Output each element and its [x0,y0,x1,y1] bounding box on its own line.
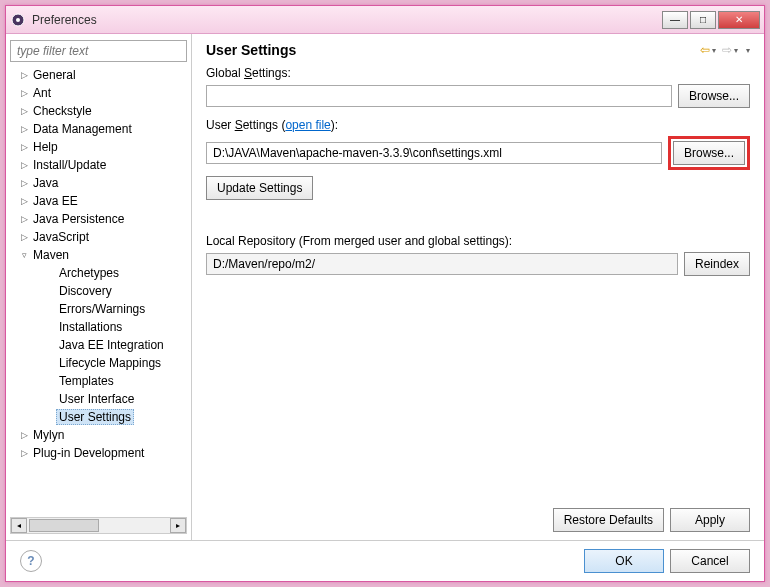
body: ▷General▷Ant▷Checkstyle▷Data Management▷… [6,34,764,540]
tree-item[interactable]: User Settings [12,408,187,426]
back-menu-icon[interactable]: ▾ [712,46,716,55]
tree-item-label: Discovery [56,283,115,299]
tree-arrow-icon[interactable]: ▷ [18,232,30,242]
tree-arrow-icon[interactable]: ▷ [18,142,30,152]
tree-item[interactable]: Lifecycle Mappings [12,354,187,372]
tree-arrow-icon[interactable]: ▿ [18,250,30,260]
ok-button[interactable]: OK [584,549,664,573]
user-settings-label: User Settings (open file): [206,118,750,132]
restore-defaults-button[interactable]: Restore Defaults [553,508,664,532]
local-repo-section: Local Repository (From merged user and g… [206,234,750,276]
help-icon[interactable]: ? [20,550,42,572]
minimize-button[interactable]: — [662,11,688,29]
main-header: User Settings ⇦ ▾ ⇨ ▾ ▾ [206,42,750,58]
scroll-thumb[interactable] [29,519,99,532]
tree-item[interactable]: ▷Mylyn [12,426,187,444]
user-settings-section: User Settings (open file): Browse... Upd… [206,118,750,200]
tree-arrow-icon[interactable]: ▷ [18,160,30,170]
tree-item-label: User Settings [56,409,134,425]
preferences-tree[interactable]: ▷General▷Ant▷Checkstyle▷Data Management▷… [10,66,187,515]
tree-item[interactable]: Discovery [12,282,187,300]
maximize-button[interactable]: □ [690,11,716,29]
tree-item-label: Lifecycle Mappings [56,355,164,371]
tree-item-label: Mylyn [30,427,67,443]
local-repo-label: Local Repository (From merged user and g… [206,234,750,248]
tree-item[interactable]: Installations [12,318,187,336]
sidebar: ▷General▷Ant▷Checkstyle▷Data Management▷… [6,34,192,540]
tree-item-label: Archetypes [56,265,122,281]
tree-arrow-icon[interactable]: ▷ [18,70,30,80]
tree-item-label: Install/Update [30,157,109,173]
tree-item-label: Data Management [30,121,135,137]
app-icon [10,12,26,28]
scroll-right-button[interactable]: ▸ [170,518,186,533]
global-settings-input[interactable] [206,85,672,107]
tree-item[interactable]: ▷JavaScript [12,228,187,246]
browse-user-button[interactable]: Browse... [673,141,745,165]
nav-arrows: ⇦ ▾ ⇨ ▾ ▾ [700,43,750,57]
tree-item-label: Templates [56,373,117,389]
tree-item[interactable]: ▷Data Management [12,120,187,138]
tree-item[interactable]: Templates [12,372,187,390]
footer: ? OK Cancel [6,540,764,581]
tree-item[interactable]: ▷Java [12,174,187,192]
tree-item[interactable]: User Interface [12,390,187,408]
filter-input[interactable] [10,40,187,62]
apply-button[interactable]: Apply [670,508,750,532]
tree-item[interactable]: Archetypes [12,264,187,282]
tree-item-label: User Interface [56,391,137,407]
tree-item[interactable]: ▷Java EE [12,192,187,210]
tree-item[interactable]: ▷Help [12,138,187,156]
user-settings-input[interactable] [206,142,662,164]
tree-item-label: Java EE Integration [56,337,167,353]
tree-item-label: Java EE [30,193,81,209]
back-icon[interactable]: ⇦ [700,43,710,57]
browse-global-button[interactable]: Browse... [678,84,750,108]
reindex-button[interactable]: Reindex [684,252,750,276]
update-settings-button[interactable]: Update Settings [206,176,313,200]
forward-icon[interactable]: ⇨ [722,43,732,57]
titlebar: Preferences — □ ✕ [6,6,764,34]
forward-menu-icon[interactable]: ▾ [734,46,738,55]
browse-highlight: Browse... [668,136,750,170]
tree-arrow-icon[interactable]: ▷ [18,214,30,224]
global-settings-section: Global Settings: Browse... [206,66,750,108]
tree-item[interactable]: ▷General [12,66,187,84]
bottom-buttons: Restore Defaults Apply [206,500,750,532]
tree-item-label: JavaScript [30,229,92,245]
tree-item-label: General [30,67,79,83]
cancel-button[interactable]: Cancel [670,549,750,573]
tree-item[interactable]: Java EE Integration [12,336,187,354]
view-menu-icon[interactable]: ▾ [746,46,750,55]
tree-item-label: Java [30,175,61,191]
main-panel: User Settings ⇦ ▾ ⇨ ▾ ▾ Global Settings:… [192,34,764,540]
tree-item[interactable]: ▷Ant [12,84,187,102]
tree-arrow-icon[interactable]: ▷ [18,178,30,188]
tree-item[interactable]: ▿Maven [12,246,187,264]
tree-arrow-icon[interactable]: ▷ [18,448,30,458]
preferences-window: Preferences — □ ✕ ▷General▷Ant▷Checkstyl… [5,5,765,582]
tree-item[interactable]: ▷Checkstyle [12,102,187,120]
close-button[interactable]: ✕ [718,11,760,29]
tree-arrow-icon[interactable]: ▷ [18,430,30,440]
tree-arrow-icon[interactable]: ▷ [18,106,30,116]
open-file-link[interactable]: open file [285,118,330,132]
tree-item-label: Help [30,139,61,155]
content-area: ▷General▷Ant▷Checkstyle▷Data Management▷… [6,34,764,581]
tree-arrow-icon[interactable]: ▷ [18,196,30,206]
tree-item-label: Java Persistence [30,211,127,227]
page-title: User Settings [206,42,700,58]
window-title: Preferences [32,13,660,27]
scroll-left-button[interactable]: ◂ [11,518,27,533]
tree-item-label: Plug-in Development [30,445,147,461]
tree-arrow-icon[interactable]: ▷ [18,88,30,98]
horizontal-scrollbar[interactable]: ◂ ▸ [10,517,187,534]
tree-item[interactable]: ▷Plug-in Development [12,444,187,462]
tree-item[interactable]: Errors/Warnings [12,300,187,318]
tree-item[interactable]: ▷Java Persistence [12,210,187,228]
svg-point-1 [16,18,20,22]
tree-arrow-icon[interactable]: ▷ [18,124,30,134]
tree-item-label: Ant [30,85,54,101]
tree-item[interactable]: ▷Install/Update [12,156,187,174]
global-settings-label: Global Settings: [206,66,750,80]
